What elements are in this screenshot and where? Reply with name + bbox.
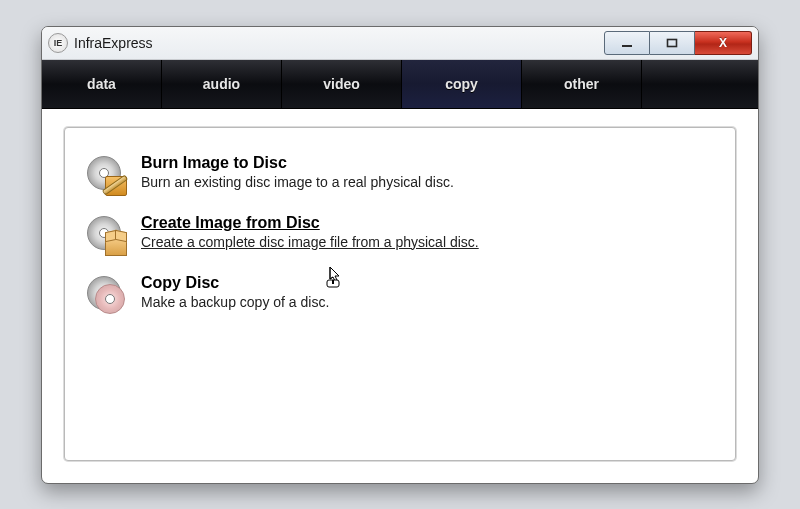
tab-label: other (564, 76, 599, 92)
tab-label: audio (203, 76, 240, 92)
option-title: Burn Image to Disc (141, 154, 715, 172)
minimize-icon (621, 38, 633, 48)
tab-label: video (323, 76, 360, 92)
app-window: IE InfraExpress X data audio video copy … (41, 26, 759, 484)
svg-rect-1 (668, 39, 677, 46)
tab-label: data (87, 76, 116, 92)
svg-rect-0 (622, 45, 632, 47)
tab-video[interactable]: video (282, 60, 402, 108)
tab-strip: data audio video copy other (42, 60, 758, 109)
option-desc: Create a complete disc image file from a… (141, 234, 715, 250)
tab-copy[interactable]: copy (402, 60, 522, 108)
maximize-button[interactable] (650, 31, 695, 55)
option-title: Create Image from Disc (141, 214, 715, 232)
close-button[interactable]: X (695, 31, 752, 55)
content-panel: Burn Image to Disc Burn an existing disc… (64, 127, 736, 461)
tab-label: copy (445, 76, 478, 92)
option-copy-disc[interactable]: Copy Disc Make a backup copy of a disc. (85, 264, 715, 324)
option-burn-image[interactable]: Burn Image to Disc Burn an existing disc… (85, 144, 715, 204)
tab-spacer (642, 60, 758, 108)
disc-create-icon (85, 214, 125, 254)
tab-audio[interactable]: audio (162, 60, 282, 108)
window-title: InfraExpress (74, 35, 153, 51)
window-controls: X (604, 31, 752, 55)
minimize-button[interactable] (604, 31, 650, 55)
disc-copy-icon (85, 274, 125, 314)
option-create-image[interactable]: Create Image from Disc Create a complete… (85, 204, 715, 264)
option-title: Copy Disc (141, 274, 715, 292)
option-desc: Make a backup copy of a disc. (141, 294, 715, 310)
option-desc: Burn an existing disc image to a real ph… (141, 174, 715, 190)
disc-burn-icon (85, 154, 125, 194)
app-icon: IE (48, 33, 68, 53)
title-bar[interactable]: IE InfraExpress X (42, 27, 758, 60)
tab-other[interactable]: other (522, 60, 642, 108)
close-icon: X (719, 36, 727, 50)
maximize-icon (666, 38, 678, 48)
tab-data[interactable]: data (42, 60, 162, 108)
